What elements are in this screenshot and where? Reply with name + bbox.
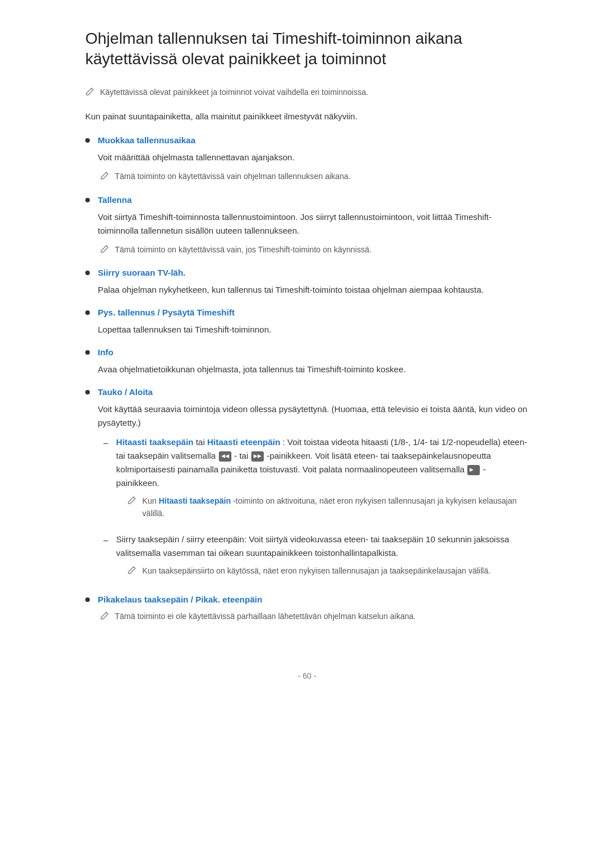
list-item: Siirry suoraan TV-läh. Palaa ohjelman ny… bbox=[85, 266, 529, 302]
page-footer: - 60 - bbox=[85, 664, 529, 682]
section-desc-tallenna: Voit siirtyä Timeshift-toiminnosta talle… bbox=[98, 210, 529, 238]
section-title-info: Info bbox=[98, 346, 529, 359]
section-tallenna: Tallenna Voit siirtyä Timeshift-toiminno… bbox=[98, 193, 529, 263]
dash-text-hitaasti: Hitaasti taaksepäin tai Hitaasti eteenpä… bbox=[116, 435, 529, 490]
pencil-icon bbox=[127, 566, 136, 575]
list-item: Tallenna Voit siirtyä Timeshift-toiminno… bbox=[85, 193, 529, 263]
section-title-pys: Pys. tallennus / Pysäytä Timeshift bbox=[98, 306, 529, 319]
section-pikakelaus: Pikakelaus taaksepäin / Pikak. eteenpäin… bbox=[98, 593, 529, 629]
list-item: Pys. tallennus / Pysäytä Timeshift Lopet… bbox=[85, 306, 529, 342]
dash-list: – Hitaasti taaksepäin tai Hitaasti eteen… bbox=[98, 435, 529, 584]
link-hitaasti-note: Hitaasti taaksepäin bbox=[159, 496, 231, 505]
section-tauko: Tauko / Aloita Voit käyttää seuraavia to… bbox=[98, 385, 529, 589]
section-desc-tauko: Voit käyttää seuraavia toimintoja videon… bbox=[98, 402, 529, 430]
intro-note-text: Käytettävissä olevat painikkeet ja toimi… bbox=[100, 86, 368, 98]
link-hitaasti-eteenpain: Hitaasti eteenpäin bbox=[207, 437, 280, 447]
pencil-icon bbox=[85, 87, 94, 96]
bullet-dot bbox=[85, 310, 90, 315]
forward-btn: ▶▶ bbox=[251, 451, 264, 462]
section-title-muokkaa: Muokkaa tallennusaikaa bbox=[98, 134, 529, 147]
list-item: Tauko / Aloita Voit käyttää seuraavia to… bbox=[85, 385, 529, 589]
section-info: Info Avaa ohjelmatietoikkunan ohjelmasta… bbox=[98, 346, 529, 382]
pencil-icon bbox=[127, 496, 136, 505]
bullet-dot bbox=[85, 597, 90, 602]
bullet-dot bbox=[85, 390, 90, 394]
dash-content-hitaasti: Hitaasti taaksepäin tai Hitaasti eteenpä… bbox=[116, 435, 529, 527]
pencil-icon bbox=[100, 611, 109, 620]
section-desc-siirry: Palaa ohjelman nykyhetkeen, kun tallennu… bbox=[98, 283, 529, 297]
sub-note-text-tallenna: Tämä toiminto on käytettävissä vain, jos… bbox=[115, 243, 371, 256]
intro-text: Kun painat suuntapainiketta, alla mainit… bbox=[85, 110, 529, 123]
main-bullet-list: Muokkaa tallennusaikaa Voit määrittää oh… bbox=[85, 134, 529, 629]
list-item: Info Avaa ohjelmatietoikkunan ohjelmasta… bbox=[85, 346, 529, 382]
dash-item: – Siirry taaksepäin / siirry eteenpäin: … bbox=[103, 533, 529, 584]
section-title-tauko: Tauko / Aloita bbox=[98, 385, 529, 399]
section-title-siirry: Siirry suoraan TV-läh. bbox=[98, 266, 529, 280]
page-container: Ohjelman tallennuksen tai Timeshift-toim… bbox=[51, 0, 563, 728]
sub-note-siirry2: Kun taaksepäinsiirto on käytössä, näet e… bbox=[127, 564, 529, 577]
sub-note-text-muokkaa: Tämä toiminto on käytettävissä vain ohje… bbox=[115, 170, 351, 182]
section-title-pikakelaus: Pikakelaus taaksepäin / Pikak. eteenpäin bbox=[98, 593, 529, 607]
list-item: Muokkaa tallennusaikaa Voit määrittää oh… bbox=[85, 134, 529, 189]
dash-symbol: – bbox=[103, 533, 108, 547]
section-muokkaa: Muokkaa tallennusaikaa Voit määrittää oh… bbox=[98, 134, 529, 189]
section-desc-muokkaa: Voit määrittää ohjelmasta tallennettavan… bbox=[98, 151, 529, 164]
dash-item: – Hitaasti taaksepäin tai Hitaasti eteen… bbox=[103, 435, 529, 527]
dash-text-siirry2: Siirry taaksepäin / siirry eteenpäin: Vo… bbox=[116, 533, 529, 560]
sub-note-tallenna: Tämä toiminto on käytettävissä vain, jos… bbox=[100, 243, 529, 256]
dash-content-siirry2: Siirry taaksepäin / siirry eteenpäin: Vo… bbox=[116, 533, 529, 584]
bullet-dot bbox=[85, 350, 90, 355]
sub-note-muokkaa: Tämä toiminto on käytettävissä vain ohje… bbox=[100, 170, 529, 182]
sub-note-text-hitaasti: Kun Hitaasti taaksepäin -toiminto on akt… bbox=[142, 495, 529, 520]
pencil-icon bbox=[100, 171, 109, 180]
list-item: Pikakelaus taaksepäin / Pikak. eteenpäin… bbox=[85, 593, 529, 629]
play-btn: ▶ bbox=[467, 465, 480, 475]
intro-note-row: Käytettävissä olevat painikkeet ja toimi… bbox=[85, 86, 529, 98]
section-pys: Pys. tallennus / Pysäytä Timeshift Lopet… bbox=[98, 306, 529, 342]
dash-text-part: tai bbox=[196, 437, 207, 447]
section-siirry: Siirry suoraan TV-läh. Palaa ohjelman ny… bbox=[98, 266, 529, 302]
dash-text-part: - tai bbox=[234, 451, 251, 460]
sub-note-hitaasti: Kun Hitaasti taaksepäin -toiminto on akt… bbox=[127, 495, 529, 520]
sub-note-text-siirry2: Kun taaksepäinsiirto on käytössä, näet e… bbox=[142, 564, 491, 577]
page-title: Ohjelman tallennuksen tai Timeshift-toim… bbox=[85, 28, 529, 70]
pencil-icon bbox=[100, 244, 109, 254]
sub-note-text-pikakelaus: Tämä toiminto ei ole käytettävissä parha… bbox=[115, 610, 416, 622]
bullet-dot bbox=[85, 138, 90, 143]
dash-symbol: – bbox=[103, 436, 108, 450]
section-title-tallenna: Tallenna bbox=[98, 193, 529, 207]
bullet-dot bbox=[85, 198, 90, 202]
rewind-btn: ◀◀ bbox=[219, 451, 231, 462]
section-desc-info: Avaa ohjelmatietoikkunan ohjelmasta, jot… bbox=[98, 363, 529, 376]
link-hitaasti-taaksepain: Hitaasti taaksepäin bbox=[116, 437, 193, 447]
sub-note-pikakelaus: Tämä toiminto ei ole käytettävissä parha… bbox=[100, 610, 529, 622]
page-number: - 60 - bbox=[298, 671, 317, 680]
section-desc-pys: Lopettaa tallennuksen tai Timeshift-toim… bbox=[98, 323, 529, 337]
bullet-dot bbox=[85, 271, 90, 275]
